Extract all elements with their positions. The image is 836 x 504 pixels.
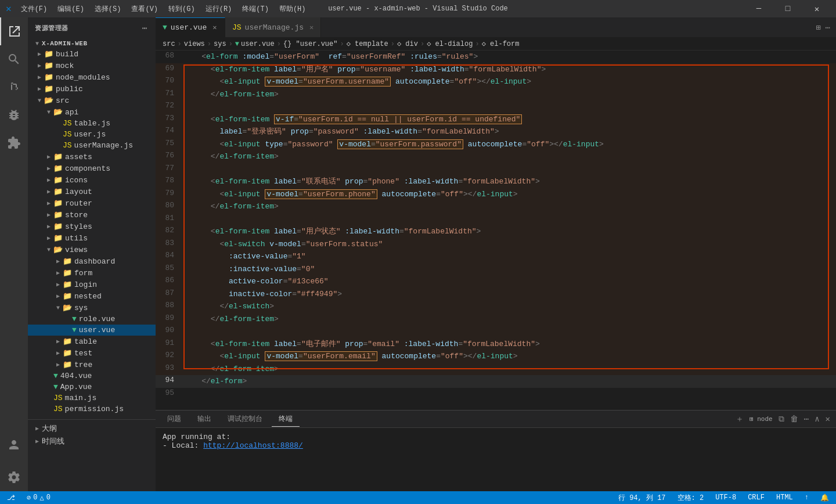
tree-root[interactable]: ▼ X-ADMIN-WEB [28, 39, 156, 48]
status-branch[interactable]: ⎇ [5, 494, 17, 502]
tree-item-user-js[interactable]: JS user.js [28, 129, 156, 140]
tree-item-views[interactable]: ▼ 📂 views [28, 244, 156, 255]
tree-item-src[interactable]: ▼ 📂 src [28, 95, 156, 106]
status-spaces[interactable]: 空格: 2 [675, 493, 707, 503]
timeline-header[interactable]: ▶ 时间线 [28, 435, 156, 448]
status-position[interactable]: 行 94, 列 17 [616, 493, 668, 503]
bc-user-vue[interactable]: ▼ user.vue [235, 40, 275, 48]
status-encoding[interactable]: UTF-8 [713, 494, 738, 502]
localhost-link[interactable]: http://localhost:8888/ [203, 441, 303, 450]
sidebar-content[interactable]: ▼ X-ADMIN-WEB ▶ 📁 build ▶ 📁 mock ▶ 📁 nod… [28, 39, 156, 491]
menu-run[interactable]: 运行(R) [201, 3, 237, 15]
activity-settings[interactable] [0, 463, 28, 491]
terminal-tab-debug[interactable]: 调试控制台 [221, 412, 269, 426]
terminal-more-icon[interactable]: ⋯ [803, 413, 810, 425]
bc-user-vue-str[interactable]: {} "user.vue" [283, 40, 338, 48]
status-notification[interactable]: 🔔 [818, 494, 831, 502]
tree-item-test[interactable]: ▶ 📁 test [28, 347, 156, 359]
activity-search[interactable] [0, 45, 28, 73]
tree-item-node-modules[interactable]: ▶ 📁 node_modules [28, 71, 156, 83]
activity-explorer[interactable] [0, 17, 28, 45]
terminal-tabs-bar[interactable]: 问题 输出 调试控制台 终端 ＋ ⊞ node ⧉ 🗑 ⋯ ∧ ✕ [156, 411, 836, 428]
bc-el-form[interactable]: ◇ el-form [482, 39, 520, 48]
status-sync[interactable]: ↑ [802, 494, 811, 502]
bc-views[interactable]: views [184, 40, 205, 48]
tree-item-layout[interactable]: ▶ 📁 layout [28, 186, 156, 197]
menu-file[interactable]: 文件(F) [16, 3, 52, 15]
menu-view[interactable]: 查看(V) [127, 3, 163, 15]
close-button[interactable]: ✕ [803, 0, 830, 17]
terminal-split-icon[interactable]: ⧉ [777, 413, 785, 425]
tree-item-login[interactable]: ▶ 📁 login [28, 279, 156, 290]
menu-select[interactable]: 选择(S) [90, 3, 126, 15]
terminal-body[interactable]: App running at: - Local: http://localhos… [156, 428, 836, 491]
activity-debug[interactable] [0, 101, 28, 129]
tree-item-user-vue[interactable]: ▼ user.vue [28, 325, 156, 336]
tree-item-public[interactable]: ▶ 📁 public [28, 83, 156, 95]
tree-item-form[interactable]: ▶ 📁 form [28, 267, 156, 279]
tree-item-role-vue[interactable]: ▼ role.vue [28, 314, 156, 325]
tree-item-sys[interactable]: ▼ 📂 sys [28, 302, 156, 314]
terminal-close-icon[interactable]: ✕ [824, 413, 831, 425]
terminal-tab-terminal[interactable]: 终端 [272, 412, 300, 427]
menu-help[interactable]: 帮助(H) [275, 3, 311, 15]
tree-item-utils[interactable]: ▶ 📁 utils [28, 232, 156, 244]
menu-edit[interactable]: 编辑(E) [53, 3, 89, 15]
split-editor-icon[interactable]: ⊞ [815, 21, 821, 34]
window-controls[interactable]: ─ □ ✕ [745, 0, 830, 17]
activity-account[interactable] [0, 431, 28, 459]
tree-item-api[interactable]: ▼ 📂 api [28, 106, 156, 118]
tree-item-table-js[interactable]: JS table.js [28, 118, 156, 129]
bc-div[interactable]: ◇ div [397, 39, 418, 48]
activity-extensions[interactable] [0, 129, 28, 157]
terminal-tab-output[interactable]: 输出 [190, 412, 218, 426]
status-line-ending[interactable]: CRLF [745, 494, 767, 502]
tab-close-usermanage[interactable]: ✕ [309, 23, 314, 32]
terminal-tab-problems[interactable]: 问题 [160, 412, 188, 426]
tab-usermanage-js[interactable]: JS userManage.js ✕ [225, 17, 321, 37]
bc-sys[interactable]: sys [214, 40, 226, 48]
tree-item-app-vue[interactable]: ▼ App.vue [28, 381, 156, 393]
tree-item-store[interactable]: ▶ 📁 store [28, 209, 156, 221]
tree-item-dashboard[interactable]: ▶ 📁 dashboard [28, 255, 156, 267]
bc-el-dialog[interactable]: ◇ el-dialog [427, 39, 473, 48]
terminal-delete-icon[interactable]: 🗑 [789, 413, 799, 425]
tab-close-user-vue[interactable]: ✕ [212, 23, 217, 32]
tree-item-components[interactable]: ▶ 📁 components [28, 163, 156, 174]
tree-item-table[interactable]: ▶ 📁 table [28, 336, 156, 347]
code-line-74: 74 label="登录密码" prop="password" :label-w… [156, 125, 836, 138]
status-language[interactable]: HTML [774, 494, 795, 502]
tree-item-404[interactable]: ▼ 404.vue [28, 370, 156, 381]
tree-item-icons[interactable]: ▶ 📁 icons [28, 174, 156, 186]
terminal-controls[interactable]: ＋ ⊞ node ⧉ 🗑 ⋯ ∧ ✕ [734, 413, 831, 426]
tree-item-assets[interactable]: ▶ 📁 assets [28, 151, 156, 163]
terminal-chevron-up-icon[interactable]: ∧ [813, 413, 820, 425]
menu-bar[interactable]: 文件(F) 编辑(E) 选择(S) 查看(V) 转到(G) 运行(R) 终端(T… [16, 3, 311, 15]
status-errors[interactable]: ⊘ 0 △ 0 [24, 494, 53, 502]
minimize-button[interactable]: ─ [745, 0, 772, 17]
tree-item-permission-js[interactable]: JS permission.js [28, 404, 156, 415]
tree-item-usermanage-js[interactable]: JS userManage.js [28, 140, 156, 151]
tab-actions[interactable]: ⊞ ⋯ [810, 17, 836, 37]
bc-src[interactable]: src [163, 40, 175, 48]
tree-item-nested[interactable]: ▶ 📁 nested [28, 290, 156, 302]
tree-item-styles[interactable]: ▶ 📁 styles [28, 221, 156, 232]
menu-goto[interactable]: 转到(G) [164, 3, 200, 15]
tree-item-tree[interactable]: ▶ 📁 tree [28, 359, 156, 370]
code-editor[interactable]: 68 <el-form :model="userForm" ref="userF… [156, 51, 836, 410]
tree-item-main-js[interactable]: JS main.js [28, 393, 156, 404]
menu-terminal[interactable]: 终端(T) [237, 3, 273, 15]
more-actions-icon[interactable]: ⋯ [824, 21, 831, 34]
tab-user-vue[interactable]: ▼ user.vue ✕ [156, 17, 225, 37]
tree-item-mock[interactable]: ▶ 📁 mock [28, 60, 156, 71]
terminal-add-icon[interactable]: ＋ [734, 413, 745, 426]
new-file-icon[interactable]: ⋯ [141, 22, 149, 34]
sidebar-header-icons[interactable]: ⋯ [141, 22, 149, 34]
tree-item-router[interactable]: ▶ 📁 router [28, 197, 156, 209]
tree-item-build[interactable]: ▶ 📁 build [28, 48, 156, 60]
outline-header[interactable]: ▶ 大纲 [28, 422, 156, 435]
tabs-bar[interactable]: ▼ user.vue ✕ JS userManage.js ✕ ⊞ ⋯ [156, 17, 836, 38]
activity-source-control[interactable] [0, 73, 28, 101]
maximize-button[interactable]: □ [774, 0, 801, 17]
bc-template[interactable]: ◇ template [347, 39, 388, 48]
